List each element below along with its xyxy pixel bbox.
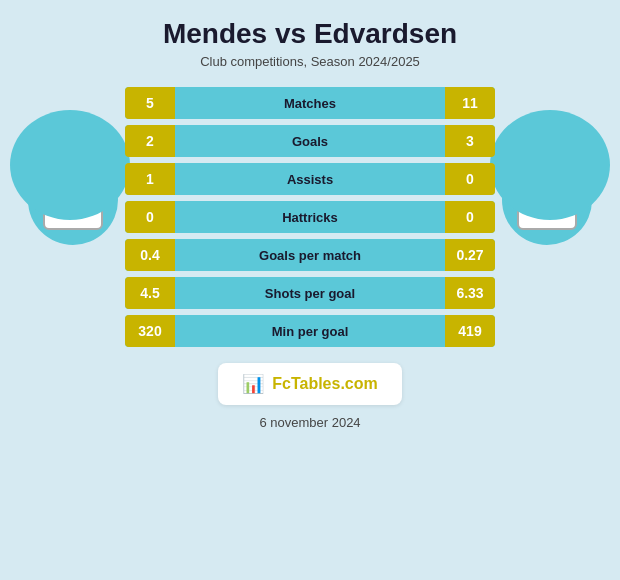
stat-label-5: Shots per goal bbox=[175, 286, 445, 301]
stat-label-4: Goals per match bbox=[175, 248, 445, 263]
logo-text: FcTables.com bbox=[272, 375, 378, 393]
stat-row: 4.5Shots per goal6.33 bbox=[125, 277, 495, 309]
stat-label-3: Hattricks bbox=[175, 210, 445, 225]
stat-left-4: 0.4 bbox=[125, 239, 175, 271]
stat-right-6: 419 bbox=[445, 315, 495, 347]
stat-right-1: 3 bbox=[445, 125, 495, 157]
stat-right-0: 11 bbox=[445, 87, 495, 119]
stat-row: 1Assists0 bbox=[125, 163, 495, 195]
stat-left-2: 1 bbox=[125, 163, 175, 195]
stat-label-0: Matches bbox=[175, 96, 445, 111]
stat-label-1: Goals bbox=[175, 134, 445, 149]
stat-row: 320Min per goal419 bbox=[125, 315, 495, 347]
stat-row: 2Goals3 bbox=[125, 125, 495, 157]
logo-section: 📊 FcTables.com bbox=[218, 363, 402, 405]
logo-fc: Fc bbox=[272, 375, 291, 392]
stat-left-6: 320 bbox=[125, 315, 175, 347]
date-label: 6 november 2024 bbox=[259, 415, 360, 430]
stat-label-6: Min per goal bbox=[175, 324, 445, 339]
stat-left-0: 5 bbox=[125, 87, 175, 119]
page-title: Mendes vs Edvardsen bbox=[163, 18, 457, 50]
subtitle: Club competitions, Season 2024/2025 bbox=[200, 54, 420, 69]
logo-suffix: .com bbox=[340, 375, 377, 392]
left-ellipse-decoration bbox=[10, 110, 130, 220]
stat-row: 5Matches11 bbox=[125, 87, 495, 119]
right-ellipse-decoration bbox=[490, 110, 610, 220]
stat-row: 0.4Goals per match0.27 bbox=[125, 239, 495, 271]
stat-label-2: Assists bbox=[175, 172, 445, 187]
stat-row: 0Hattricks0 bbox=[125, 201, 495, 233]
stat-right-3: 0 bbox=[445, 201, 495, 233]
stat-left-5: 4.5 bbox=[125, 277, 175, 309]
main-container: Mendes vs Edvardsen Club competitions, S… bbox=[0, 0, 620, 580]
stats-section: 5Matches112Goals31Assists00Hattricks00.4… bbox=[125, 87, 495, 347]
logo-tables: Tables bbox=[291, 375, 341, 392]
stat-left-3: 0 bbox=[125, 201, 175, 233]
stat-right-2: 0 bbox=[445, 163, 495, 195]
stat-right-5: 6.33 bbox=[445, 277, 495, 309]
stat-left-1: 2 bbox=[125, 125, 175, 157]
chart-icon: 📊 bbox=[242, 373, 264, 395]
stat-right-4: 0.27 bbox=[445, 239, 495, 271]
